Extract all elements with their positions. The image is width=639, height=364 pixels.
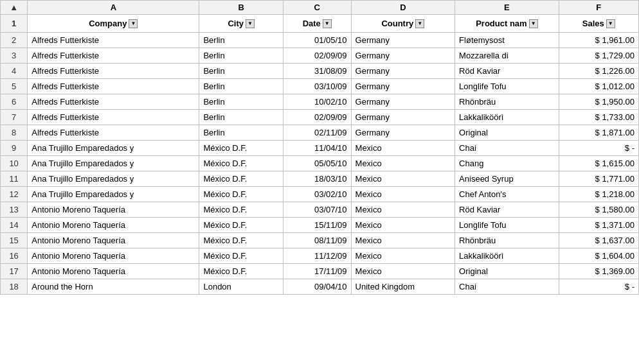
filter-city-button[interactable]: ▼ (246, 19, 255, 28)
cell-city-18[interactable]: London (199, 279, 283, 295)
cell-product-12[interactable]: Chef Anton's (455, 187, 559, 202)
cell-company-14[interactable]: Antonio Moreno Taquería (28, 218, 199, 233)
cell-date-6[interactable]: 10/02/10 (283, 94, 351, 110)
cell-date-18[interactable]: 09/04/10 (283, 279, 351, 295)
cell-city-8[interactable]: Berlin (199, 125, 283, 141)
cell-country-17[interactable]: Mexico (351, 264, 455, 279)
cell-date-9[interactable]: 11/04/10 (283, 141, 351, 156)
cell-date-8[interactable]: 02/11/09 (283, 125, 351, 141)
cell-product-14[interactable]: Longlife Tofu (455, 218, 559, 233)
cell-sales-7[interactable]: $ 1,733.00 (559, 110, 638, 125)
cell-company-13[interactable]: Antonio Moreno Taquería (28, 202, 199, 218)
cell-date-16[interactable]: 11/12/09 (283, 248, 351, 264)
cell-sales-8[interactable]: $ 1,871.00 (559, 125, 638, 141)
cell-company-7[interactable]: Alfreds Futterkiste (28, 110, 199, 125)
cell-date-15[interactable]: 08/11/09 (283, 233, 351, 248)
cell-sales-10[interactable]: $ 1,615.00 (559, 156, 638, 171)
cell-product-13[interactable]: Röd Kaviar (455, 202, 559, 218)
cell-product-5[interactable]: Longlife Tofu (455, 79, 559, 94)
cell-company-6[interactable]: Alfreds Futterkiste (28, 94, 199, 110)
cell-product-9[interactable]: Chai (455, 141, 559, 156)
cell-company-17[interactable]: Antonio Moreno Taquería (28, 264, 199, 279)
cell-sales-6[interactable]: $ 1,950.00 (559, 94, 638, 110)
cell-city-11[interactable]: México D.F. (199, 171, 283, 187)
cell-city-16[interactable]: México D.F. (199, 248, 283, 264)
cell-company-10[interactable]: Ana Trujillo Emparedados y (28, 156, 199, 171)
cell-company-8[interactable]: Alfreds Futterkiste (28, 125, 199, 141)
cell-country-15[interactable]: Mexico (351, 233, 455, 248)
cell-sales-16[interactable]: $ 1,604.00 (559, 248, 638, 264)
cell-country-14[interactable]: Mexico (351, 218, 455, 233)
cell-city-4[interactable]: Berlin (199, 64, 283, 79)
filter-date-button[interactable]: ▼ (323, 19, 332, 28)
cell-company-2[interactable]: Alfreds Futterkiste (28, 33, 199, 48)
cell-city-9[interactable]: México D.F. (199, 141, 283, 156)
cell-product-15[interactable]: Rhönbräu (455, 233, 559, 248)
cell-date-5[interactable]: 03/10/09 (283, 79, 351, 94)
cell-city-15[interactable]: México D.F. (199, 233, 283, 248)
cell-city-6[interactable]: Berlin (199, 94, 283, 110)
cell-company-3[interactable]: Alfreds Futterkiste (28, 48, 199, 64)
cell-date-12[interactable]: 03/02/10 (283, 187, 351, 202)
cell-country-12[interactable]: Mexico (351, 187, 455, 202)
cell-city-13[interactable]: México D.F. (199, 202, 283, 218)
filter-sales-button[interactable]: ▼ (606, 19, 615, 28)
filter-company-button[interactable]: ▼ (129, 19, 138, 28)
cell-company-18[interactable]: Around the Horn (28, 279, 199, 295)
cell-date-2[interactable]: 01/05/10 (283, 33, 351, 48)
cell-country-2[interactable]: Germany (351, 33, 455, 48)
cell-city-12[interactable]: México D.F. (199, 187, 283, 202)
cell-city-2[interactable]: Berlin (199, 33, 283, 48)
cell-company-4[interactable]: Alfreds Futterkiste (28, 64, 199, 79)
cell-city-10[interactable]: México D.F. (199, 156, 283, 171)
cell-product-17[interactable]: Original (455, 264, 559, 279)
cell-product-16[interactable]: Lakkaliköörì (455, 248, 559, 264)
cell-sales-17[interactable]: $ 1,369.00 (559, 264, 638, 279)
cell-country-9[interactable]: Mexico (351, 141, 455, 156)
filter-product-button[interactable]: ▼ (529, 19, 538, 28)
cell-date-11[interactable]: 18/03/10 (283, 171, 351, 187)
cell-product-18[interactable]: Chai (455, 279, 559, 295)
cell-country-7[interactable]: Germany (351, 110, 455, 125)
cell-product-7[interactable]: Lakkaliköörì (455, 110, 559, 125)
cell-date-3[interactable]: 02/09/09 (283, 48, 351, 64)
cell-sales-15[interactable]: $ 1,637.00 (559, 233, 638, 248)
cell-sales-13[interactable]: $ 1,580.00 (559, 202, 638, 218)
cell-product-2[interactable]: Fløtemysost (455, 33, 559, 48)
cell-city-14[interactable]: México D.F. (199, 218, 283, 233)
cell-date-13[interactable]: 03/07/10 (283, 202, 351, 218)
cell-sales-14[interactable]: $ 1,371.00 (559, 218, 638, 233)
cell-country-16[interactable]: Mexico (351, 248, 455, 264)
cell-sales-12[interactable]: $ 1,218.00 (559, 187, 638, 202)
cell-date-10[interactable]: 05/05/10 (283, 156, 351, 171)
cell-country-5[interactable]: Germany (351, 79, 455, 94)
cell-sales-2[interactable]: $ 1,961.00 (559, 33, 638, 48)
filter-country-button[interactable]: ▼ (415, 19, 424, 28)
cell-country-4[interactable]: Germany (351, 64, 455, 79)
cell-company-16[interactable]: Antonio Moreno Taquería (28, 248, 199, 264)
cell-sales-3[interactable]: $ 1,729.00 (559, 48, 638, 64)
cell-product-6[interactable]: Rhönbräu (455, 94, 559, 110)
cell-country-6[interactable]: Germany (351, 94, 455, 110)
cell-company-15[interactable]: Antonio Moreno Taquería (28, 233, 199, 248)
cell-city-7[interactable]: Berlin (199, 110, 283, 125)
cell-country-10[interactable]: Mexico (351, 156, 455, 171)
cell-company-5[interactable]: Alfreds Futterkiste (28, 79, 199, 94)
cell-country-8[interactable]: Germany (351, 125, 455, 141)
cell-product-8[interactable]: Original (455, 125, 559, 141)
cell-country-3[interactable]: Germany (351, 48, 455, 64)
cell-sales-5[interactable]: $ 1,012.00 (559, 79, 638, 94)
cell-company-12[interactable]: Ana Trujillo Emparedados y (28, 187, 199, 202)
cell-country-11[interactable]: Mexico (351, 171, 455, 187)
cell-country-13[interactable]: Mexico (351, 202, 455, 218)
cell-company-11[interactable]: Ana Trujillo Emparedados y (28, 171, 199, 187)
cell-company-9[interactable]: Ana Trujillo Emparedados y (28, 141, 199, 156)
cell-sales-9[interactable]: $ - (559, 141, 638, 156)
cell-city-17[interactable]: México D.F. (199, 264, 283, 279)
cell-city-5[interactable]: Berlin (199, 79, 283, 94)
cell-sales-11[interactable]: $ 1,771.00 (559, 171, 638, 187)
cell-city-3[interactable]: Berlin (199, 48, 283, 64)
cell-sales-4[interactable]: $ 1,226.00 (559, 64, 638, 79)
cell-sales-18[interactable]: $ - (559, 279, 638, 295)
cell-date-17[interactable]: 17/11/09 (283, 264, 351, 279)
